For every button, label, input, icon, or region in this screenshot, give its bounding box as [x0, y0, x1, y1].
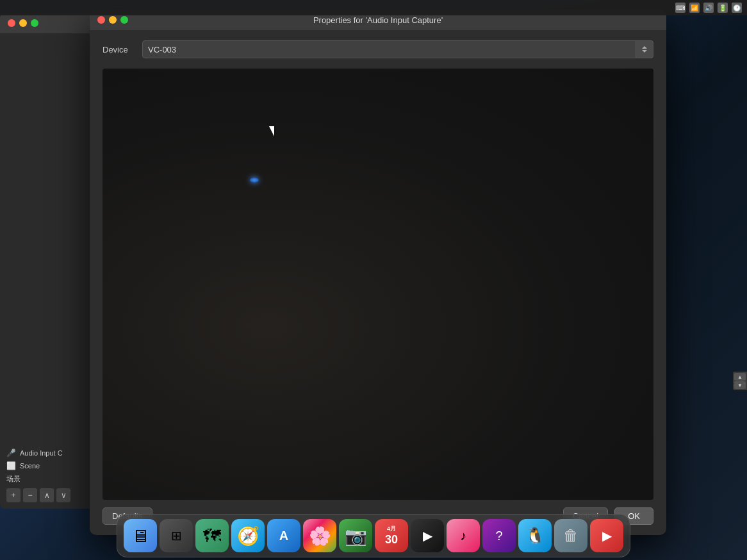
dialog-traffic-lights — [97, 16, 128, 24]
scene-chinese-text: 场景 — [6, 474, 21, 484]
obs-close-btn[interactable] — [8, 19, 15, 27]
device-select-wrapper: VC-003 — [142, 40, 653, 58]
dock-trash[interactable]: 🗑 — [554, 519, 587, 552]
move-up-btn[interactable]: ∧ — [40, 488, 54, 502]
mic-icon: 🎤 — [6, 449, 16, 457]
dialog-close-btn[interactable] — [97, 16, 105, 24]
menu-bar-icons: ⌨ 📶 🔊 🔋 🕐 — [675, 3, 742, 13]
dock-youtube[interactable]: ▶ — [590, 519, 623, 552]
menu-bar-icon-5: 🕐 — [732, 3, 742, 13]
device-select[interactable]: VC-003 — [142, 40, 653, 58]
menu-bar: ⌨ 📶 🔊 🔋 🕐 — [0, 0, 747, 15]
spinner-down[interactable]: ▼ — [734, 381, 746, 389]
preview-content — [103, 69, 653, 500]
dock-facetime[interactable]: 📷 — [339, 519, 372, 552]
blue-indicator-dot — [250, 177, 259, 183]
macos-dock: 🖥 ⊞ 🗺 🧭 A 🌸 📷 4月 30 ▶ ♪ ? 🐧 🗑 ▶ — [117, 514, 630, 557]
dialog-minimize-btn[interactable] — [109, 16, 117, 24]
menu-bar-icon-2: 📶 — [689, 3, 700, 13]
dock-music[interactable]: ♪ — [447, 519, 480, 552]
obs-maximize-btn[interactable] — [31, 19, 38, 27]
dock-appstore[interactable]: A — [267, 519, 300, 552]
menu-bar-icon-1: ⌨ — [675, 3, 685, 13]
dialog-title: Properties for 'Audio Input Capture' — [313, 15, 443, 25]
remove-source-btn[interactable]: − — [23, 488, 37, 502]
add-source-btn[interactable]: + — [6, 488, 21, 502]
device-row: Device VC-003 — [103, 40, 653, 58]
preview-area — [103, 69, 653, 500]
device-label: Device — [103, 45, 135, 54]
move-down-btn[interactable]: ∨ — [56, 488, 70, 502]
scene-label: Scene — [20, 462, 40, 470]
menu-bar-icon-4: 🔋 — [718, 3, 728, 13]
audio-input-label: Audio Input C — [20, 449, 63, 457]
menu-bar-icon-3: 🔊 — [703, 3, 714, 13]
dock-unknown[interactable]: ? — [482, 519, 516, 552]
dock-safari[interactable]: 🧭 — [231, 519, 265, 552]
dialog-zoom-btn[interactable] — [120, 16, 128, 24]
properties-dialog: Properties for 'Audio Input Capture' Dev… — [90, 10, 666, 535]
dock-photos[interactable]: 🌸 — [303, 519, 336, 552]
dock-maps[interactable]: 🗺 — [195, 519, 229, 552]
spinner-up[interactable]: ▲ — [734, 373, 746, 381]
dock-appletv[interactable]: ▶ — [411, 519, 444, 552]
dock-calendar[interactable]: 4月 30 — [375, 519, 408, 552]
obs-traffic-lights — [8, 19, 38, 27]
dock-launchpad[interactable]: ⊞ — [160, 519, 193, 552]
dialog-content: Device VC-003 Defaults — [90, 30, 666, 535]
dock-qq[interactable]: 🐧 — [518, 519, 552, 552]
scene-icon: ⬜ — [6, 461, 16, 470]
obs-minimize-btn[interactable] — [19, 19, 27, 27]
dock-finder[interactable]: 🖥 — [124, 519, 157, 552]
